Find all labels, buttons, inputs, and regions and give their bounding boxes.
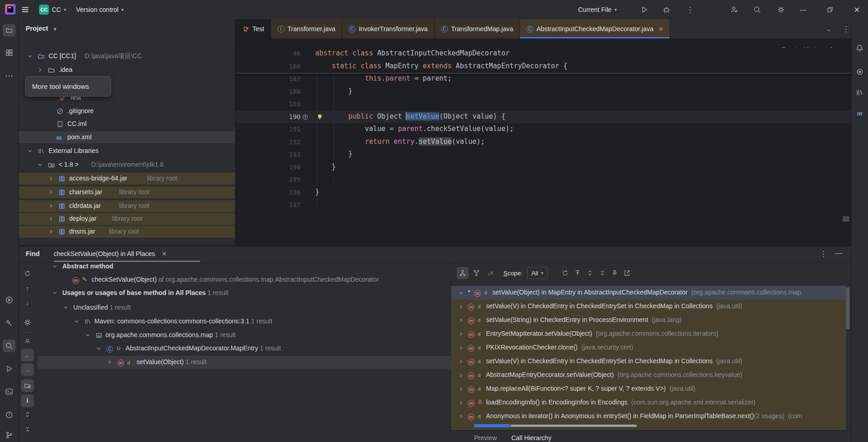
stripe-button-coverage-target[interactable] bbox=[853, 65, 866, 78]
code-text[interactable]: abstract class AbstractInputCheckedMapDe… bbox=[315, 49, 509, 57]
hierarchy-result-row[interactable]: mdAbstractMapEntryDecorator.setValue(Obj… bbox=[451, 368, 846, 382]
stripe-button-maven-m[interactable]: m bbox=[853, 107, 866, 120]
chevron-right-icon[interactable] bbox=[48, 215, 55, 223]
settings-button[interactable] bbox=[777, 0, 785, 19]
hierarchy-result-row[interactable]: mdsetValue(String) in CheckedEntry in Pr… bbox=[451, 313, 846, 327]
scope-selector[interactable]: All▾ bbox=[527, 267, 548, 279]
code-text[interactable]: public Object setValue(Object value) { bbox=[315, 112, 505, 120]
project-tree-row[interactable]: mpom.xml bbox=[19, 131, 235, 143]
chevron-right-icon[interactable] bbox=[458, 372, 465, 379]
line-number[interactable]: 189 bbox=[235, 100, 300, 108]
find-toolbar-arrow-up[interactable]: ↑ bbox=[21, 282, 34, 295]
code-line[interactable]: 192 return entry.setValue(value); bbox=[235, 136, 851, 149]
run-configuration-selector[interactable]: Current File ▾ bbox=[578, 0, 617, 19]
close-icon[interactable]: ✕ bbox=[659, 26, 664, 33]
chevron-down-icon[interactable] bbox=[458, 289, 465, 297]
chevron-down-icon[interactable] bbox=[73, 318, 81, 325]
project-tree-row[interactable]: External Libraries bbox=[19, 145, 235, 157]
code-line[interactable]: 190 public Object setValue(Object value)… bbox=[235, 111, 851, 124]
more-actions-button[interactable]: ⋮ bbox=[686, 0, 694, 19]
hierarchy-toolbar-hierarchy-fork[interactable] bbox=[470, 267, 482, 279]
find-tree-row[interactable]: mcheckSetValue(Object) of org.apache.com… bbox=[38, 273, 470, 286]
editor-tab-test[interactable]: Test bbox=[235, 19, 271, 38]
sticky-code-line[interactable]: 180 static class MapEntry extends Abstra… bbox=[235, 60, 851, 73]
project-widget[interactable]: CC CC ▾ bbox=[39, 0, 66, 19]
find-toolbar-gear[interactable] bbox=[21, 316, 34, 329]
find-tree-row[interactable]: Unclassified 1 result bbox=[38, 301, 470, 314]
hierarchy-result-row[interactable]: mdEntrySetMapIterator.setValue(Object)(o… bbox=[451, 327, 846, 341]
line-number[interactable]: 188 bbox=[235, 88, 300, 95]
chevron-down-icon[interactable] bbox=[27, 147, 34, 155]
project-tree-row[interactable]: < 1.8 >D:\java\enviroment\jdk1.8 bbox=[19, 159, 235, 171]
override-up-icon[interactable] bbox=[302, 114, 309, 120]
chevron-down-icon[interactable] bbox=[37, 161, 44, 169]
hierarchy-result-row[interactable]: mdAnonymous in iterator() in Anonymous i… bbox=[451, 409, 846, 423]
hidden-tabs-button[interactable]: ⌄ bbox=[826, 19, 831, 38]
line-number[interactable]: 192 bbox=[235, 138, 300, 146]
stripe-button-build-hammer[interactable] bbox=[3, 316, 16, 329]
hide-panel-button[interactable]: — bbox=[835, 249, 842, 257]
stripe-button-more-ellipsis[interactable]: ⋯ bbox=[3, 69, 16, 82]
project-tree-row[interactable]: CC.iml bbox=[19, 118, 235, 130]
hierarchy-toolbar-refresh[interactable] bbox=[559, 267, 571, 279]
project-tree-row[interactable]: .gitignore bbox=[19, 105, 235, 117]
main-menu-button[interactable] bbox=[21, 0, 29, 19]
sticky-code-line[interactable]: 46abstract class AbstractInputCheckedMap… bbox=[235, 48, 851, 60]
horizontal-scrollbar-track[interactable] bbox=[511, 425, 637, 427]
line-number[interactable]: 195 bbox=[235, 176, 300, 183]
stripe-button-problems-warning[interactable] bbox=[3, 409, 16, 421]
project-tree-row[interactable]: charsets.jarlibrary root bbox=[19, 186, 235, 198]
code-line[interactable]: 187 this.parent = parent; bbox=[235, 73, 851, 86]
find-tree-row[interactable]: CAbstractInputCheckedMapDecorator.MapEnt… bbox=[38, 342, 470, 355]
hierarchy-result-row[interactable]: mdMap.replaceAll(BiFunction<? super K, ?… bbox=[451, 382, 846, 396]
chevron-down-icon[interactable] bbox=[51, 289, 59, 297]
vertical-scrollbar-thumb[interactable] bbox=[846, 287, 850, 329]
chevron-right-icon[interactable] bbox=[48, 189, 55, 196]
chevron-right-icon[interactable] bbox=[458, 344, 465, 352]
chevron-right-icon[interactable] bbox=[458, 331, 465, 338]
code-with-me-button[interactable] bbox=[730, 0, 738, 19]
view-tab-preview[interactable]: Preview bbox=[474, 434, 497, 442]
code-text[interactable]: } bbox=[315, 188, 319, 196]
code-line[interactable]: 196} bbox=[235, 186, 851, 199]
project-tree-row[interactable]: cldrdata.jarlibrary root bbox=[19, 200, 235, 212]
find-tree-row[interactable]: mdsetValue(Object) 1 result bbox=[38, 356, 470, 369]
chevron-down-icon[interactable] bbox=[62, 304, 70, 311]
chevron-right-icon[interactable] bbox=[48, 228, 55, 235]
chevron-right-icon[interactable] bbox=[48, 202, 55, 210]
horizontal-scrollbar-thumb[interactable] bbox=[474, 424, 511, 427]
restore-button[interactable] bbox=[826, 0, 834, 19]
hierarchy-toolbar-expand-all[interactable] bbox=[584, 267, 596, 279]
minimize-button[interactable]: — bbox=[800, 0, 806, 19]
find-results-tab[interactable]: checkSetValue(Object) in All Places ✕ bbox=[54, 250, 167, 257]
chevron-down-icon[interactable] bbox=[84, 332, 92, 339]
editor-tab-invokertransformer-java[interactable]: CInvokerTransformer.java bbox=[342, 19, 434, 38]
hierarchy-toolbar-collapse-all[interactable] bbox=[596, 267, 608, 279]
editor-tab-abstractinputcheckedmapdecorator-java[interactable]: CAbstractInputCheckedMapDecorator.java✕ bbox=[520, 19, 670, 38]
project-tree-row[interactable]: dnsns.jarlibrary root bbox=[19, 226, 235, 238]
chevron-right-icon[interactable] bbox=[458, 413, 465, 420]
hierarchy-result-row[interactable]: *mdsetValue(Object) in MapEntry in Abstr… bbox=[451, 286, 846, 300]
line-number[interactable]: 194 bbox=[235, 164, 300, 171]
code-line[interactable]: 194 } bbox=[235, 161, 851, 174]
find-toolbar-preview-eye[interactable] bbox=[21, 335, 34, 348]
hierarchy-toolbar-sort-alpha[interactable]: ↓a bbox=[484, 267, 496, 279]
line-number[interactable]: 193 bbox=[235, 151, 300, 158]
chevron-down-icon[interactable] bbox=[95, 345, 103, 352]
line-number[interactable]: 197 bbox=[235, 201, 300, 208]
find-toolbar-arrow-left-green[interactable]: ← bbox=[21, 349, 34, 361]
code-line[interactable]: 197 bbox=[235, 199, 851, 212]
debug-button[interactable] bbox=[662, 0, 671, 19]
chevron-right-icon[interactable] bbox=[458, 358, 465, 366]
run-button[interactable] bbox=[640, 0, 649, 19]
line-number[interactable]: 187 bbox=[235, 75, 300, 82]
code-text[interactable]: this.parent = parent; bbox=[315, 74, 452, 82]
view-tab-call-hierarchy[interactable]: Call Hierarchy bbox=[511, 434, 551, 442]
project-tree-row[interactable]: .idea bbox=[19, 64, 235, 76]
chevron-right-icon[interactable] bbox=[48, 175, 55, 182]
find-toolbar-new-folder-star[interactable] bbox=[21, 379, 34, 392]
code-text[interactable]: return entry.setValue(value); bbox=[315, 137, 485, 146]
find-options-button[interactable]: ⋮ bbox=[819, 249, 827, 259]
editor-tab-transformedmap-java[interactable]: CTransformedMap.java bbox=[435, 19, 520, 38]
hierarchy-toolbar-hierarchy-y[interactable] bbox=[457, 267, 469, 279]
